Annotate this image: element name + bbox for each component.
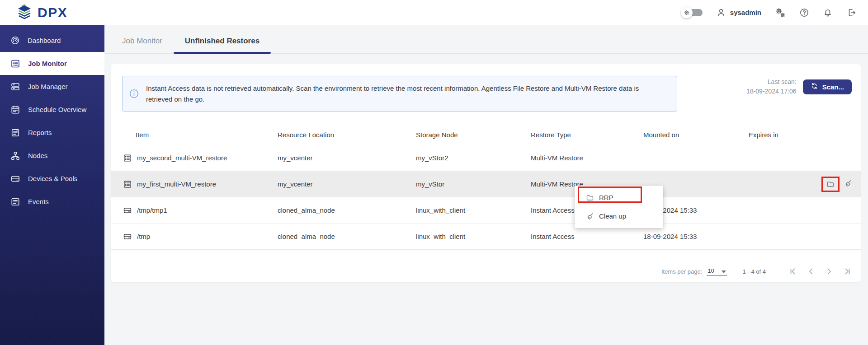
sidebar-item-label: Nodes — [28, 152, 47, 159]
events-icon — [10, 197, 20, 207]
item-name: my_second_multi-VM_restore — [137, 154, 227, 162]
folder-icon[interactable] — [826, 180, 835, 188]
cell-item: my_second_multi-VM_restore — [123, 154, 278, 163]
table-row[interactable]: my_first_multi-VM_restoremy_vcentermy_vS… — [111, 171, 861, 197]
logout-icon[interactable] — [846, 8, 856, 18]
info-icon — [129, 89, 139, 99]
broom-icon — [586, 212, 594, 220]
column-header-restore-type: Restore Type — [531, 131, 643, 139]
last-scan-value: 18-09-2024 17:06 — [746, 87, 797, 96]
previous-page-icon[interactable] — [807, 267, 816, 276]
cell-restore-type: Multi-VM Restore — [531, 154, 643, 162]
menu-item-label: Clean up — [599, 212, 626, 220]
cell-resource-location: cloned_alma_node — [278, 233, 416, 240]
sidebar-item-label: Job Manager — [28, 83, 68, 90]
unfinished-restores-card: Instant Access data is not retrieved aut… — [111, 64, 861, 282]
sidebar-item-nodes[interactable]: Nodes — [0, 144, 104, 167]
scan-button[interactable]: Scan... — [803, 79, 852, 94]
sidebar-item-job-monitor[interactable]: Job Monitor — [0, 52, 104, 75]
main-content: Job Monitor Unfinished Restores Instant … — [104, 25, 868, 345]
item-name: /tmp — [137, 233, 150, 240]
cell-storage-node: my_vStor2 — [416, 154, 531, 162]
nodes-icon — [10, 151, 20, 161]
notifications-bell-icon[interactable] — [823, 8, 833, 18]
sidebar-item-reports[interactable]: Reports — [0, 121, 104, 144]
user-menu[interactable]: sysadmin — [716, 8, 761, 18]
cell-resource-location: my_vcenter — [278, 180, 416, 188]
column-header-mounted-on: Mounted on — [643, 131, 749, 139]
cell-item: my_first_multi-VM_restore — [123, 180, 278, 189]
sidebar-item-dashboard[interactable]: Dashboard — [0, 29, 104, 52]
dpx-logo-icon — [15, 3, 33, 23]
column-header-item: Item — [123, 131, 278, 139]
scan-button-label: Scan... — [822, 83, 844, 91]
last-scan-label: Last scan: — [746, 77, 797, 87]
table-row[interactable]: /tmpcloned_alma_nodelinux_with_clientIns… — [111, 224, 861, 250]
info-banner-text: Instant Access data is not retrieved aut… — [146, 83, 663, 105]
job-manager-icon — [10, 82, 20, 92]
help-icon[interactable] — [799, 8, 809, 18]
column-header-resource-location: Resource Location — [278, 131, 416, 139]
sidebar-item-job-manager[interactable]: Job Manager — [0, 75, 104, 98]
cell-storage-node: my_vStor — [416, 180, 531, 188]
last-scan: Last scan: 18-09-2024 17:06 — [746, 77, 797, 96]
items-per-page-select[interactable]: 10 — [707, 267, 726, 276]
menu-item-rrp[interactable]: RRP — [575, 188, 663, 207]
column-header-expires-in: Expires in — [749, 131, 861, 139]
topbar: DPX sysadmin — [0, 0, 868, 25]
services-gears-icon[interactable] — [775, 7, 786, 18]
row-action[interactable] — [844, 179, 852, 189]
items-per-page-label: Items per page: — [661, 268, 702, 275]
tab-bar: Job Monitor Unfinished Restores — [104, 25, 868, 54]
tab-job-monitor[interactable]: Job Monitor — [111, 37, 174, 53]
sidebar-item-label: Events — [28, 198, 49, 205]
refresh-icon — [811, 82, 818, 91]
topbar-actions: sysadmin — [681, 7, 856, 19]
item-name: my_first_multi-VM_restore — [137, 180, 216, 188]
sidebar-item-label: Reports — [28, 129, 52, 136]
sidebar-item-schedule-overview[interactable]: Schedule Overview — [0, 98, 104, 121]
menu-item-label: RRP — [599, 194, 613, 201]
next-page-icon[interactable] — [825, 267, 834, 276]
table-row[interactable]: my_second_multi-VM_restoremy_vcentermy_v… — [111, 145, 861, 171]
pagination-range: 1 - 4 of 4 — [743, 268, 766, 275]
restores-table: Item Resource Location Storage Node Rest… — [111, 124, 861, 250]
pagination-nav — [788, 267, 852, 276]
schedule-overview-icon — [10, 105, 20, 115]
cell-restore-type: Instant Access — [531, 233, 643, 240]
broom-icon[interactable] — [844, 179, 852, 189]
drive-icon — [123, 232, 132, 241]
gear-icon — [681, 7, 693, 19]
table-row[interactable]: /tmp/tmp1cloned_alma_nodelinux_with_clie… — [111, 197, 861, 224]
sidebar-item-devices-pools[interactable]: Devices & Pools — [0, 167, 104, 190]
table-body: my_second_multi-VM_restoremy_vcentermy_v… — [111, 145, 861, 250]
banner-row: Instant Access data is not retrieved aut… — [111, 64, 861, 112]
dpx-logo-text: DPX — [38, 5, 67, 20]
drive-icon — [123, 206, 132, 215]
sidebar-item-events[interactable]: Events — [0, 190, 104, 213]
annotation-box-folder — [821, 177, 840, 192]
menu-item-clean-up[interactable]: Clean up — [575, 207, 663, 225]
sidebar-item-label: Job Monitor — [28, 60, 67, 67]
items-per-page-value: 10 — [708, 267, 714, 274]
first-page-icon[interactable] — [788, 267, 797, 276]
devices-pools-icon — [10, 174, 20, 184]
item-name: /tmp/tmp1 — [137, 206, 167, 214]
last-page-icon[interactable] — [843, 267, 852, 276]
cell-resource-location: cloned_alma_node — [278, 206, 416, 214]
row-context-menu: RRP Clean up — [575, 186, 663, 228]
scan-area: Last scan: 18-09-2024 17:06 Scan... — [746, 76, 852, 96]
tab-unfinished-restores[interactable]: Unfinished Restores — [174, 37, 271, 53]
caret-down-icon — [722, 270, 726, 273]
restore-list-icon — [123, 180, 132, 189]
table-header: Item Resource Location Storage Node Rest… — [111, 124, 861, 145]
dashboard-icon — [10, 36, 20, 45]
pagination: Items per page: 10 1 - 4 of 4 — [661, 267, 852, 276]
row-actions — [821, 171, 852, 197]
cell-resource-location: my_vcenter — [278, 154, 416, 162]
theme-toggle[interactable] — [681, 7, 703, 19]
sidebar-item-label: Devices & Pools — [28, 175, 77, 182]
info-banner: Instant Access data is not retrieved aut… — [122, 76, 677, 112]
restore-list-icon — [123, 154, 132, 163]
cell-item: /tmp — [123, 232, 278, 241]
